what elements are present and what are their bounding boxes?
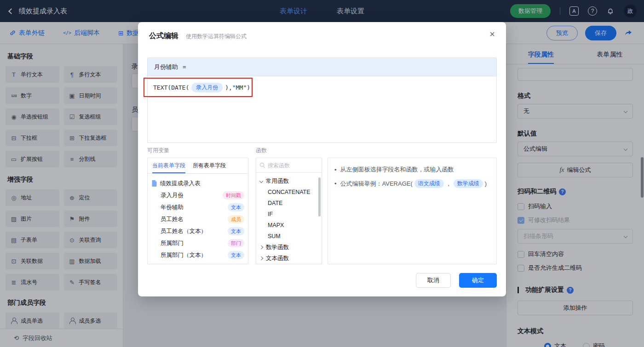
chevron-right-icon [259, 245, 263, 249]
modal-subtitle: 使用数学运算符编辑公式 [186, 33, 247, 40]
field-type-tag: 时间戳 [223, 191, 244, 199]
formula-target-label: 月份辅助 [154, 63, 178, 71]
variable-row[interactable]: 年份辅助 文本 [151, 201, 244, 213]
function-item-concatenate[interactable]: CONCATENATE [256, 187, 322, 198]
equals-sign: = [183, 63, 186, 70]
tab-current-form-fields[interactable]: 当前表单字段 [152, 158, 185, 173]
field-type-tag: 文本 [228, 251, 244, 259]
function-group-math[interactable]: 数学函数 [256, 242, 322, 253]
formula-editor: 月份辅助 = TEXT(DATE( 录入月份 ),"MM") [147, 57, 497, 143]
function-item-mapx[interactable]: MAPX [256, 220, 322, 231]
variable-row[interactable]: 员工姓名（文本） 文本 [151, 225, 244, 237]
field-type-tag: 部门 [228, 239, 244, 247]
function-item-if[interactable]: IF [256, 209, 322, 220]
help-line-2: • 公式编辑举例：AVERAGE( 语文成绩 ， 数学成绩 ) [334, 179, 490, 188]
document-icon [151, 180, 157, 187]
field-type-tag: 成员 [228, 215, 244, 223]
variable-row[interactable]: 员工姓名 成员 [151, 213, 244, 225]
formula-editor-dialog: 公式编辑 使用数学运算符编辑公式 × 月份辅助 = TEXT(DATE( 录入月… [138, 22, 506, 296]
function-item-sum[interactable]: SUM [256, 231, 322, 242]
modal-title: 公式编辑 [149, 31, 178, 41]
formula-variable-chip[interactable]: 录入月份 [191, 83, 223, 92]
variables-label: 可用变量 [147, 147, 169, 154]
tree-root-form[interactable]: 绩效提成录入表 [151, 177, 244, 189]
function-scrollbar[interactable] [318, 177, 321, 216]
search-icon [260, 163, 265, 168]
example-variable-chip: 数学成绩 [454, 179, 483, 188]
field-type-tag: 文本 [228, 203, 244, 211]
confirm-button[interactable]: 确定 [459, 273, 497, 288]
close-icon[interactable]: × [489, 29, 495, 39]
chevron-down-icon [259, 179, 263, 183]
chevron-right-icon [259, 256, 263, 260]
tab-all-form-fields[interactable]: 所有表单字段 [193, 158, 226, 173]
field-type-tag: 文本 [228, 227, 244, 235]
functions-label: 函数 [256, 147, 267, 154]
help-line-1: • 从左侧面板选择字段名和函数，或输入函数 [334, 165, 490, 174]
variable-row[interactable]: 所属部门（文本） 文本 [151, 249, 244, 261]
help-panel: • 从左侧面板选择字段名和函数，或输入函数 • 公式编辑举例：AVERAGE( … [328, 158, 497, 264]
function-item-date[interactable]: DATE [256, 198, 322, 209]
variables-panel: 当前表单字段 所有表单字段 绩效提成录入表 录入月份 时间戳 年份辅助 文本 员… [147, 158, 248, 264]
cancel-button[interactable]: 取消 [416, 273, 451, 288]
example-variable-chip: 语文成绩 [414, 179, 444, 188]
function-group-text[interactable]: 文本函数 [256, 253, 322, 264]
function-group-common[interactable]: 常用函数 [256, 176, 322, 187]
formula-expression[interactable]: TEXT(DATE( 录入月份 ),"MM") [153, 83, 491, 92]
function-search-input[interactable] [268, 162, 310, 169]
variable-row[interactable]: 录入月份 时间戳 [151, 189, 244, 201]
functions-panel: 常用函数 CONCATENATE DATE IF MAPX SUM 数学函数 文… [256, 158, 322, 264]
variable-row[interactable]: 所属部门 部门 [151, 237, 244, 249]
